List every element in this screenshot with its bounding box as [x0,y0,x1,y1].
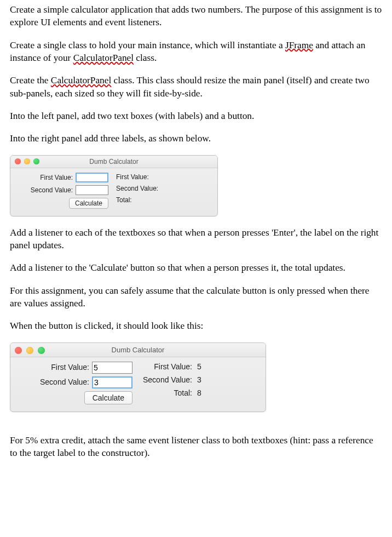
result-second-label: Second Value: [140,375,195,385]
close-icon[interactable] [15,158,21,164]
instruction-paragraph: Add a listener to each of the textboxes … [10,226,382,252]
window-title: Dumb Calculator [112,346,165,354]
window-titlebar: Dumb Calculator [10,156,217,168]
second-value-input[interactable] [76,185,108,195]
spellcheck-word: CalculatorPanel [51,75,111,85]
calculate-button[interactable]: Calculate [84,391,132,404]
instruction-paragraph: Into the left panel, add two text boxes … [10,110,382,122]
result-second-value: 3 [197,375,201,385]
instruction-paragraph: Add a listener to the 'Calculate' button… [10,261,382,274]
result-first-label: First Value: [116,173,152,181]
instruction-paragraph: Into the right panel add three labels, a… [10,132,382,145]
result-total-label: Total: [140,388,195,398]
result-first-label: First Value: [140,362,195,372]
maximize-icon[interactable] [33,158,39,164]
first-value-label: First Value: [37,362,92,373]
second-value-label: Second Value: [29,186,76,195]
minimize-icon[interactable] [26,347,33,354]
calculator-window-empty: Dumb Calculator First Value: Second Valu… [10,155,218,216]
spellcheck-word: JFrame [285,40,313,50]
first-value-label: First Value: [29,173,76,182]
right-panel: First Value: 5 Second Value: 3 Total: 8 [138,362,263,407]
result-total-value: 8 [197,388,201,398]
traffic-lights [15,347,45,354]
instruction-paragraph: For this assignment, you can safely assu… [10,284,382,310]
traffic-lights [15,158,39,164]
spellcheck-word: CalculatorPanel [73,53,134,63]
instruction-paragraph: For 5% extra credit, attach the same eve… [10,434,382,460]
instruction-paragraph: Create a single class to hold your main … [10,39,382,65]
window-title: Dumb Calculator [89,158,138,165]
left-panel: First Value: Second Value: Calculate [13,173,114,212]
minimize-icon[interactable] [24,158,30,164]
left-panel: First Value: Second Value: Calculate [13,362,138,407]
close-icon[interactable] [15,347,22,354]
instruction-paragraph: Create a simple calculator application t… [10,3,382,29]
result-first-value: 5 [197,362,201,372]
maximize-icon[interactable] [38,347,45,354]
result-total-label: Total: [116,196,135,204]
second-value-input[interactable] [92,376,132,389]
instruction-paragraph: Create the CalculatorPanel class. This c… [10,74,382,100]
first-value-input[interactable] [92,362,132,374]
instruction-paragraph: When the button is clicked, it should lo… [10,319,382,332]
first-value-input[interactable] [76,173,108,182]
calculator-window-filled: Dumb Calculator First Value: Second Valu… [10,342,266,412]
window-titlebar: Dumb Calculator [10,343,266,357]
second-value-label: Second Value: [37,377,92,387]
calculate-button[interactable]: Calculate [69,198,108,209]
result-second-label: Second Value: [116,184,161,193]
right-panel: First Value: Second Value: Total: [114,173,215,212]
